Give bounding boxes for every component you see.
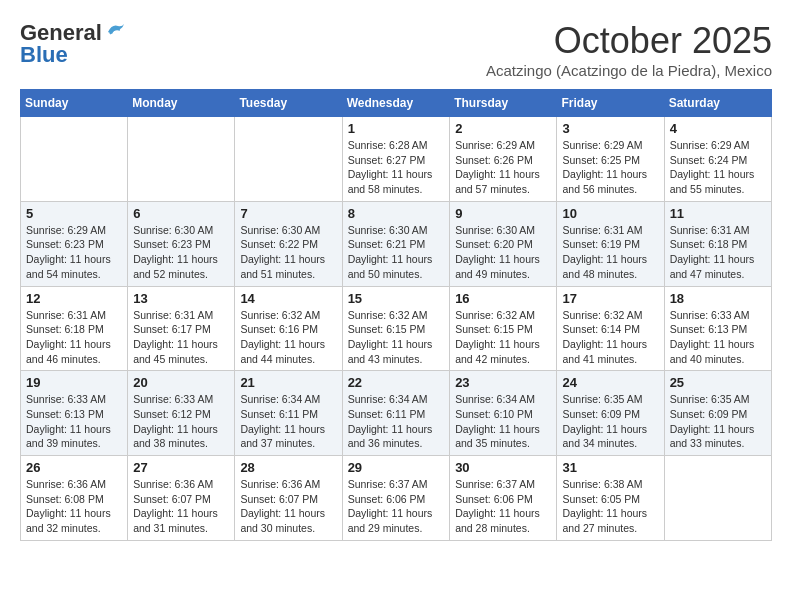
day-number: 4 [670, 121, 766, 136]
calendar-cell [128, 117, 235, 202]
weekday-header-wednesday: Wednesday [342, 90, 450, 117]
week-row-2: 5Sunrise: 6:29 AMSunset: 6:23 PMDaylight… [21, 201, 772, 286]
day-info: Sunrise: 6:30 AMSunset: 6:21 PMDaylight:… [348, 223, 445, 282]
calendar-cell: 16Sunrise: 6:32 AMSunset: 6:15 PMDayligh… [450, 286, 557, 371]
day-number: 21 [240, 375, 336, 390]
calendar-cell: 14Sunrise: 6:32 AMSunset: 6:16 PMDayligh… [235, 286, 342, 371]
day-number: 28 [240, 460, 336, 475]
day-info: Sunrise: 6:37 AMSunset: 6:06 PMDaylight:… [455, 477, 551, 536]
day-number: 29 [348, 460, 445, 475]
calendar-cell: 8Sunrise: 6:30 AMSunset: 6:21 PMDaylight… [342, 201, 450, 286]
logo: General Blue [20, 20, 126, 68]
calendar-cell: 1Sunrise: 6:28 AMSunset: 6:27 PMDaylight… [342, 117, 450, 202]
calendar-cell: 5Sunrise: 6:29 AMSunset: 6:23 PMDaylight… [21, 201, 128, 286]
calendar-cell: 26Sunrise: 6:36 AMSunset: 6:08 PMDayligh… [21, 456, 128, 541]
calendar-cell: 4Sunrise: 6:29 AMSunset: 6:24 PMDaylight… [664, 117, 771, 202]
day-info: Sunrise: 6:36 AMSunset: 6:07 PMDaylight:… [133, 477, 229, 536]
day-info: Sunrise: 6:32 AMSunset: 6:16 PMDaylight:… [240, 308, 336, 367]
day-number: 9 [455, 206, 551, 221]
day-info: Sunrise: 6:31 AMSunset: 6:18 PMDaylight:… [26, 308, 122, 367]
calendar-cell: 21Sunrise: 6:34 AMSunset: 6:11 PMDayligh… [235, 371, 342, 456]
calendar-cell: 3Sunrise: 6:29 AMSunset: 6:25 PMDaylight… [557, 117, 664, 202]
location-subtitle: Acatzingo (Acatzingo de la Piedra), Mexi… [486, 62, 772, 79]
day-number: 26 [26, 460, 122, 475]
calendar-cell: 30Sunrise: 6:37 AMSunset: 6:06 PMDayligh… [450, 456, 557, 541]
day-number: 22 [348, 375, 445, 390]
calendar-cell: 9Sunrise: 6:30 AMSunset: 6:20 PMDaylight… [450, 201, 557, 286]
calendar-cell: 10Sunrise: 6:31 AMSunset: 6:19 PMDayligh… [557, 201, 664, 286]
week-row-1: 1Sunrise: 6:28 AMSunset: 6:27 PMDaylight… [21, 117, 772, 202]
day-number: 23 [455, 375, 551, 390]
day-number: 31 [562, 460, 658, 475]
day-info: Sunrise: 6:28 AMSunset: 6:27 PMDaylight:… [348, 138, 445, 197]
title-area: October 2025 Acatzingo (Acatzingo de la … [486, 20, 772, 79]
day-number: 5 [26, 206, 122, 221]
day-info: Sunrise: 6:33 AMSunset: 6:13 PMDaylight:… [26, 392, 122, 451]
calendar-cell [664, 456, 771, 541]
calendar-cell: 11Sunrise: 6:31 AMSunset: 6:18 PMDayligh… [664, 201, 771, 286]
day-number: 3 [562, 121, 658, 136]
day-number: 27 [133, 460, 229, 475]
calendar-cell: 24Sunrise: 6:35 AMSunset: 6:09 PMDayligh… [557, 371, 664, 456]
calendar-cell: 18Sunrise: 6:33 AMSunset: 6:13 PMDayligh… [664, 286, 771, 371]
calendar-cell: 28Sunrise: 6:36 AMSunset: 6:07 PMDayligh… [235, 456, 342, 541]
day-info: Sunrise: 6:32 AMSunset: 6:15 PMDaylight:… [348, 308, 445, 367]
day-number: 20 [133, 375, 229, 390]
day-info: Sunrise: 6:33 AMSunset: 6:12 PMDaylight:… [133, 392, 229, 451]
day-info: Sunrise: 6:36 AMSunset: 6:07 PMDaylight:… [240, 477, 336, 536]
week-row-3: 12Sunrise: 6:31 AMSunset: 6:18 PMDayligh… [21, 286, 772, 371]
calendar-cell: 13Sunrise: 6:31 AMSunset: 6:17 PMDayligh… [128, 286, 235, 371]
day-info: Sunrise: 6:37 AMSunset: 6:06 PMDaylight:… [348, 477, 445, 536]
day-number: 12 [26, 291, 122, 306]
day-info: Sunrise: 6:29 AMSunset: 6:25 PMDaylight:… [562, 138, 658, 197]
weekday-header-thursday: Thursday [450, 90, 557, 117]
calendar-cell: 29Sunrise: 6:37 AMSunset: 6:06 PMDayligh… [342, 456, 450, 541]
logo-bird-icon [104, 22, 126, 42]
weekday-header-tuesday: Tuesday [235, 90, 342, 117]
calendar-cell: 19Sunrise: 6:33 AMSunset: 6:13 PMDayligh… [21, 371, 128, 456]
day-info: Sunrise: 6:34 AMSunset: 6:11 PMDaylight:… [348, 392, 445, 451]
calendar-cell [21, 117, 128, 202]
calendar-table: SundayMondayTuesdayWednesdayThursdayFrid… [20, 89, 772, 541]
weekday-header-row: SundayMondayTuesdayWednesdayThursdayFrid… [21, 90, 772, 117]
calendar-cell: 15Sunrise: 6:32 AMSunset: 6:15 PMDayligh… [342, 286, 450, 371]
day-number: 16 [455, 291, 551, 306]
day-info: Sunrise: 6:31 AMSunset: 6:18 PMDaylight:… [670, 223, 766, 282]
day-info: Sunrise: 6:35 AMSunset: 6:09 PMDaylight:… [562, 392, 658, 451]
day-number: 18 [670, 291, 766, 306]
day-info: Sunrise: 6:36 AMSunset: 6:08 PMDaylight:… [26, 477, 122, 536]
calendar-cell: 6Sunrise: 6:30 AMSunset: 6:23 PMDaylight… [128, 201, 235, 286]
week-row-4: 19Sunrise: 6:33 AMSunset: 6:13 PMDayligh… [21, 371, 772, 456]
day-info: Sunrise: 6:30 AMSunset: 6:22 PMDaylight:… [240, 223, 336, 282]
calendar-cell: 20Sunrise: 6:33 AMSunset: 6:12 PMDayligh… [128, 371, 235, 456]
day-info: Sunrise: 6:31 AMSunset: 6:17 PMDaylight:… [133, 308, 229, 367]
day-number: 8 [348, 206, 445, 221]
day-info: Sunrise: 6:35 AMSunset: 6:09 PMDaylight:… [670, 392, 766, 451]
day-info: Sunrise: 6:29 AMSunset: 6:23 PMDaylight:… [26, 223, 122, 282]
calendar-cell: 27Sunrise: 6:36 AMSunset: 6:07 PMDayligh… [128, 456, 235, 541]
calendar-cell: 7Sunrise: 6:30 AMSunset: 6:22 PMDaylight… [235, 201, 342, 286]
calendar-cell: 31Sunrise: 6:38 AMSunset: 6:05 PMDayligh… [557, 456, 664, 541]
day-number: 11 [670, 206, 766, 221]
calendar-cell: 17Sunrise: 6:32 AMSunset: 6:14 PMDayligh… [557, 286, 664, 371]
day-number: 30 [455, 460, 551, 475]
weekday-header-monday: Monday [128, 90, 235, 117]
day-number: 6 [133, 206, 229, 221]
logo-blue: Blue [20, 42, 68, 68]
day-number: 15 [348, 291, 445, 306]
day-info: Sunrise: 6:32 AMSunset: 6:14 PMDaylight:… [562, 308, 658, 367]
day-info: Sunrise: 6:33 AMSunset: 6:13 PMDaylight:… [670, 308, 766, 367]
day-number: 14 [240, 291, 336, 306]
day-info: Sunrise: 6:29 AMSunset: 6:24 PMDaylight:… [670, 138, 766, 197]
day-number: 24 [562, 375, 658, 390]
day-number: 25 [670, 375, 766, 390]
week-row-5: 26Sunrise: 6:36 AMSunset: 6:08 PMDayligh… [21, 456, 772, 541]
weekday-header-friday: Friday [557, 90, 664, 117]
day-info: Sunrise: 6:34 AMSunset: 6:10 PMDaylight:… [455, 392, 551, 451]
day-info: Sunrise: 6:30 AMSunset: 6:20 PMDaylight:… [455, 223, 551, 282]
day-number: 2 [455, 121, 551, 136]
calendar-cell: 25Sunrise: 6:35 AMSunset: 6:09 PMDayligh… [664, 371, 771, 456]
day-number: 10 [562, 206, 658, 221]
day-info: Sunrise: 6:31 AMSunset: 6:19 PMDaylight:… [562, 223, 658, 282]
day-info: Sunrise: 6:34 AMSunset: 6:11 PMDaylight:… [240, 392, 336, 451]
